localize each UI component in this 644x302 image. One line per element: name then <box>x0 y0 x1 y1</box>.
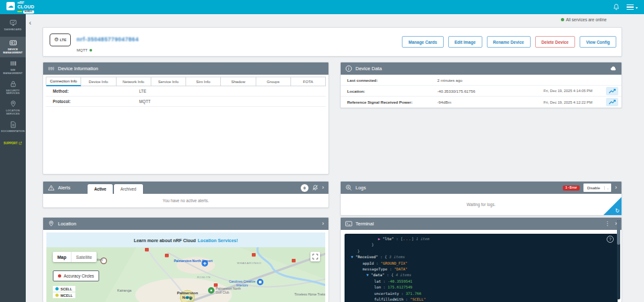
tab-device-info[interactable]: Device Info <box>81 77 116 86</box>
edit-image-button[interactable]: Edit Image <box>448 36 482 48</box>
sidebar-item-sim-management[interactable]: SIM MANAGEMENT <box>0 57 26 78</box>
tab-network-info[interactable]: Network Info <box>117 77 151 86</box>
alerts-panel: Alerts Active Archived 0 › You have no a… <box>43 181 329 208</box>
terminal-line: ▼ "Received" : { 3 items <box>348 254 618 260</box>
alerts-tabs: Active Archived <box>88 184 142 194</box>
rsrp-chart-button[interactable] <box>606 98 618 106</box>
panel-title: Device Data <box>355 66 382 71</box>
tab-fota[interactable]: FOTA <box>291 77 326 86</box>
location-chart-button[interactable] <box>606 87 618 95</box>
tab-archived-alerts[interactable]: Archived <box>114 184 143 194</box>
device-name[interactable]: nrf-350485779047864 <box>77 36 138 42</box>
info-row-method: Method: LTE <box>46 86 326 97</box>
logs-level-select[interactable]: Disable ⌄ <box>583 184 611 192</box>
logs-expand-chevron-icon[interactable]: › <box>615 185 617 191</box>
kebab-menu-icon[interactable]: ⋮ <box>605 221 610 227</box>
row-value: LTE <box>139 89 146 93</box>
logs-error-badge[interactable]: 1 - Error <box>563 185 580 191</box>
tab-groups[interactable]: Groups <box>256 77 291 86</box>
documentation-icon <box>9 120 17 129</box>
logs-header-actions: 1 - Error Disable ⌄ › <box>563 184 617 192</box>
cloud-logo-icon: ☁ <box>6 2 15 10</box>
map[interactable]: HappyPawz Kennels & Cattery Palmerston N… <box>46 247 325 302</box>
manage-cards-button[interactable]: Manage Cards <box>402 36 443 48</box>
data-row-rsrp: Reference Signal Received Power: -94dBm … <box>341 97 621 108</box>
tab-active-alerts[interactable]: Active <box>88 184 113 194</box>
tab-service-info[interactable]: Service Info <box>151 77 186 86</box>
row-value: -94dBm <box>437 100 544 104</box>
panel-title: Logs <box>355 185 366 191</box>
info-circle-icon <box>345 65 352 72</box>
logs-empty-message: Waiting for logs. <box>341 194 621 215</box>
sidebar-item-dashboard[interactable]: DASHBOARD <box>0 17 26 37</box>
info-row-protocol: Protocol: MQTT <box>46 97 326 107</box>
lte-badge-label: LTE <box>60 38 66 42</box>
delete-device-button[interactable]: Delete Device <box>535 36 575 48</box>
warning-triangle-icon <box>48 184 55 191</box>
history-icon[interactable]: ↻ <box>615 209 620 214</box>
hamburger-menu-icon[interactable]: ▾ <box>627 5 638 10</box>
legend-label: SCELL <box>61 287 72 291</box>
tab-shadow[interactable]: Shadow <box>221 77 256 86</box>
fullscreen-button[interactable] <box>310 252 320 261</box>
terminal-output[interactable]: ▶ "lte" : [...] 1 item}}▼ "Received" : {… <box>345 234 618 302</box>
log-search-icon <box>345 184 352 191</box>
alerts-expand-chevron-icon[interactable]: › <box>322 185 324 191</box>
sidebar-item-location-services[interactable]: LOCATION SERVICES <box>0 98 26 118</box>
sidebar: DASHBOARD DEVICE MANAGEMENT SIM MANAGEME… <box>0 14 26 302</box>
map-label-horse-treks: Timeless Horse Treks <box>294 292 325 296</box>
external-link-icon <box>19 142 22 145</box>
alerts-empty-message: You have no active alerts. <box>43 194 328 207</box>
antenna-signal-icon <box>48 65 55 72</box>
sidebar-item-support[interactable]: SUPPORT <box>0 142 26 145</box>
sidebar-label: SECURITY SERVICES <box>1 90 25 96</box>
services-status-text: All services are online <box>566 17 607 22</box>
dashboard-icon <box>9 19 17 27</box>
tab-sim-info[interactable]: Sim Info <box>186 77 221 86</box>
top-bar: ☁ nRF CLOUD NORDIC ▾ <box>0 0 644 14</box>
terminal-line: messageType : "DATA" <box>348 267 618 272</box>
panel-title: Terminal <box>355 221 374 227</box>
map-button[interactable]: Map <box>53 252 71 262</box>
top-bar-actions: ▾ <box>612 3 638 11</box>
location-services-link[interactable]: Location Services! <box>198 238 238 243</box>
terminal-header: Terminal ⋮ › <box>341 218 621 230</box>
sidebar-item-security-services[interactable]: SECURITY SERVICES <box>0 78 26 99</box>
sidebar-item-device-management[interactable]: DEVICE MANAGEMENT <box>0 37 26 57</box>
location-services-icon <box>9 100 17 108</box>
accuracy-circles-button[interactable]: Accuracy Circles <box>53 270 99 281</box>
terminal-line: } <box>348 249 618 254</box>
cloud-icon[interactable] <box>610 65 617 72</box>
scell-dot-icon <box>55 287 59 290</box>
panel-title: Alerts <box>58 185 70 191</box>
legend-scell: SCELL <box>53 286 75 292</box>
bell-icon[interactable] <box>612 3 620 11</box>
logs-body: Waiting for logs. ↻ <box>341 194 621 215</box>
view-config-button[interactable]: View Config <box>580 36 616 48</box>
legend-mcell: MCELL <box>53 292 75 298</box>
connected-status-dot <box>90 49 92 52</box>
sidebar-label: DASHBOARD <box>4 28 21 32</box>
bell-mute-icon[interactable] <box>312 184 319 191</box>
terminal-line: ▼ "data" : { 4 items <box>348 272 618 278</box>
tab-connection-info[interactable]: Connection Info <box>46 77 81 86</box>
logs-header: Logs 1 - Error Disable ⌄ › <box>341 182 621 194</box>
location-expand-chevron-icon[interactable]: › <box>322 221 324 227</box>
map-label-city: Palmerston North <box>173 291 202 300</box>
nrf-cloud-logo[interactable]: ☁ nRF CLOUD NORDIC <box>6 1 34 14</box>
satellite-button[interactable]: Satellite <box>71 252 97 262</box>
support-label: SUPPORT <box>4 142 18 145</box>
terminal-scrollbar-thumb[interactable] <box>617 220 620 245</box>
security-services-icon <box>9 80 17 88</box>
panel-title: Device Information <box>58 66 99 71</box>
data-row-last-connected: Last connected: 2 minutes ago <box>341 75 621 86</box>
sidebar-label: LOCATION SERVICES <box>1 109 25 116</box>
mcell-dot-icon <box>55 294 59 297</box>
map-label-whakarongo: WHAKARONGO <box>237 261 261 265</box>
collapse-chevron-icon[interactable]: ‹ <box>29 19 32 26</box>
terminal-help-icon[interactable]: ? <box>607 236 614 243</box>
row-timestamp: Fri, Dec 19, 2025 4:12:22 PM <box>544 100 605 104</box>
rename-device-button[interactable]: Rename Device <box>487 36 531 48</box>
terminal-scrollbar[interactable] <box>617 220 620 299</box>
sidebar-item-documentation[interactable]: DOCUMENTATION <box>0 118 26 138</box>
